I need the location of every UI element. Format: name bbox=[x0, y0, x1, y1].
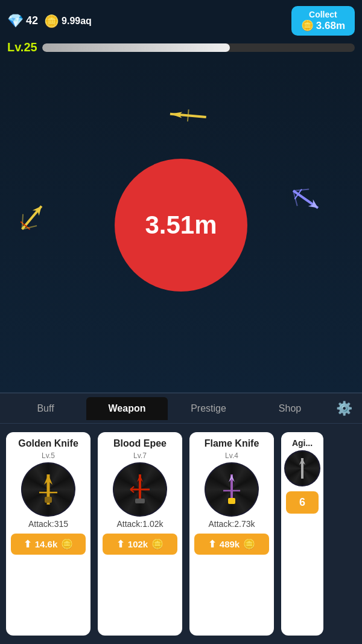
upgrade-btn-partial[interactable]: 6 bbox=[286, 491, 319, 514]
tab-prestige[interactable]: Prestige bbox=[168, 397, 249, 420]
weapon-img-partial bbox=[284, 450, 320, 486]
bottom-panel: Buff Weapon Prestige Shop ⚙️ Golden Knif… bbox=[0, 392, 362, 644]
upgrade-arrow-golden: ⬆ bbox=[24, 538, 31, 550]
coin-icon: 🪙 bbox=[44, 14, 59, 28]
upgrade-coin-golden: 🪙 bbox=[61, 538, 73, 550]
svg-rect-15 bbox=[45, 497, 52, 503]
gear-icon: ⚙️ bbox=[336, 401, 352, 416]
flying-weapon-2 bbox=[3, 189, 63, 251]
upgrade-btn-blood[interactable]: ⬆ 102k 🪙 bbox=[103, 534, 177, 555]
svg-line-2 bbox=[188, 109, 189, 121]
upgrade-cost-partial: 6 bbox=[299, 496, 305, 509]
weapon-attack-blood: Attack:1.02k bbox=[116, 519, 163, 529]
flying-weapon-1 bbox=[158, 86, 221, 149]
collect-icon: 🪙 bbox=[301, 20, 314, 32]
tab-shop[interactable]: Shop bbox=[249, 397, 331, 420]
weapon-name-blood: Blood Epee bbox=[113, 438, 167, 449]
flying-weapon-3 bbox=[277, 172, 333, 231]
upgrade-btn-flame[interactable]: ⬆ 489k 🪙 bbox=[194, 534, 269, 555]
weapon-card-flame-knife: Flame Knife Lv.4 Attack:2.73k ⬆ 489k 🪙 bbox=[189, 432, 274, 636]
red-circle[interactable]: 3.51m bbox=[115, 159, 247, 292]
coin-count: 9.99aq bbox=[62, 16, 92, 27]
upgrade-btn-golden[interactable]: ⬆ 14.6k 🪙 bbox=[11, 534, 86, 555]
tab-weapon[interactable]: Weapon bbox=[86, 397, 168, 420]
game-area[interactable]: 3.51m bbox=[0, 57, 362, 392]
tab-bar: Buff Weapon Prestige Shop ⚙️ bbox=[0, 394, 362, 424]
gem-badge: 💎 42 bbox=[7, 13, 38, 29]
collect-button[interactable]: Collect 🪙 3.68m bbox=[291, 6, 355, 36]
settings-tab[interactable]: ⚙️ bbox=[331, 401, 357, 416]
weapon-name-flame: Flame Knife bbox=[205, 438, 259, 449]
weapon-card-blood-epee: Blood Epee Lv.7 Attack:1.02k ⬆ 10 bbox=[98, 432, 182, 636]
upgrade-cost-blood: 102k bbox=[128, 539, 148, 549]
weapon-level-golden: Lv.5 bbox=[42, 451, 55, 460]
svg-rect-25 bbox=[228, 498, 235, 504]
weapon-img-golden bbox=[21, 462, 75, 517]
weapon-attack-flame: Attack:2.73k bbox=[208, 519, 255, 529]
weapon-name-partial: Agi... bbox=[292, 438, 313, 448]
xp-bar bbox=[42, 43, 355, 52]
score-display: 3.51m bbox=[145, 211, 217, 240]
weapon-card-golden-knife: Golden Knife Lv.5 Attack:315 ⬆ 14.6k 🪙 bbox=[6, 432, 91, 636]
upgrade-coin-blood: 🪙 bbox=[151, 538, 164, 550]
collect-amount: 🪙 3.68m bbox=[301, 20, 345, 32]
weapon-attack-golden: Attack:315 bbox=[28, 519, 68, 529]
gem-count: 42 bbox=[26, 14, 38, 27]
hud: 💎 42 🪙 9.99aq Collect 🪙 3.68m Lv.25 bbox=[0, 0, 362, 57]
weapon-img-flame bbox=[205, 462, 259, 517]
collect-label: Collect bbox=[309, 10, 337, 20]
weapon-cards-container: Golden Knife Lv.5 Attack:315 ⬆ 14.6k 🪙 bbox=[0, 424, 362, 644]
weapon-card-partial: Agi... 6 bbox=[281, 432, 323, 636]
weapon-name-golden: Golden Knife bbox=[18, 438, 78, 449]
weapon-level-flame: Lv.4 bbox=[225, 451, 238, 460]
level-label: Lv.25 bbox=[7, 40, 37, 54]
gem-icon: 💎 bbox=[7, 13, 24, 29]
weapon-img-blood bbox=[113, 462, 167, 517]
coin-badge: 🪙 9.99aq bbox=[44, 14, 92, 28]
upgrade-cost-flame: 489k bbox=[220, 539, 240, 549]
upgrade-arrow-blood: ⬆ bbox=[116, 538, 124, 550]
weapon-level-blood: Lv.7 bbox=[133, 451, 147, 460]
upgrade-arrow-flame: ⬆ bbox=[208, 538, 216, 550]
xp-bar-fill bbox=[42, 43, 230, 52]
tab-buff[interactable]: Buff bbox=[5, 397, 86, 420]
upgrade-cost-golden: 14.6k bbox=[35, 539, 58, 549]
svg-rect-19 bbox=[135, 499, 145, 503]
currency-display: 💎 42 🪙 9.99aq bbox=[7, 13, 92, 29]
upgrade-coin-flame: 🪙 bbox=[243, 538, 255, 550]
